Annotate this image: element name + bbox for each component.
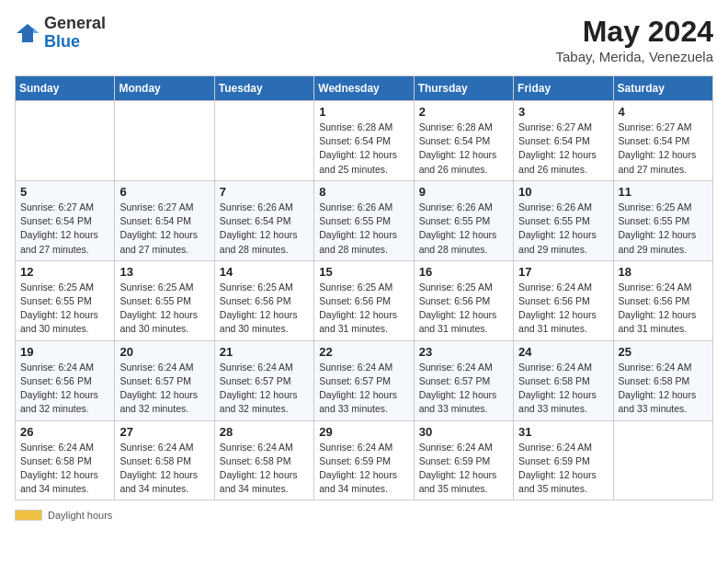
calendar-cell: 27Sunrise: 6:24 AM Sunset: 6:58 PM Dayli… bbox=[115, 420, 214, 500]
day-info: Sunrise: 6:25 AM Sunset: 6:56 PM Dayligh… bbox=[419, 281, 508, 337]
day-number: 30 bbox=[419, 425, 508, 439]
day-number: 1 bbox=[319, 105, 408, 119]
day-number: 19 bbox=[20, 345, 109, 359]
day-number: 25 bbox=[619, 345, 708, 359]
calendar-week-row: 1Sunrise: 6:28 AM Sunset: 6:54 PM Daylig… bbox=[16, 101, 713, 181]
day-number: 15 bbox=[319, 265, 408, 279]
day-info: Sunrise: 6:26 AM Sunset: 6:55 PM Dayligh… bbox=[518, 201, 608, 257]
weekday-header: Friday bbox=[514, 76, 613, 101]
calendar-cell bbox=[214, 101, 313, 181]
calendar-cell: 9Sunrise: 6:26 AM Sunset: 6:55 PM Daylig… bbox=[414, 180, 513, 260]
calendar-subtitle: Tabay, Merida, Venezuela bbox=[556, 49, 714, 64]
day-info: Sunrise: 6:24 AM Sunset: 6:58 PM Dayligh… bbox=[20, 441, 109, 497]
day-info: Sunrise: 6:27 AM Sunset: 6:54 PM Dayligh… bbox=[518, 121, 608, 177]
day-number: 27 bbox=[119, 425, 209, 439]
calendar-cell: 17Sunrise: 6:24 AM Sunset: 6:56 PM Dayli… bbox=[514, 260, 613, 340]
day-number: 28 bbox=[220, 425, 309, 439]
day-number: 22 bbox=[319, 345, 408, 359]
calendar-cell: 10Sunrise: 6:26 AM Sunset: 6:55 PM Dayli… bbox=[514, 180, 613, 260]
day-info: Sunrise: 6:25 AM Sunset: 6:56 PM Dayligh… bbox=[220, 281, 309, 337]
day-number: 10 bbox=[518, 185, 608, 199]
calendar-cell: 6Sunrise: 6:27 AM Sunset: 6:54 PM Daylig… bbox=[115, 180, 214, 260]
svg-marker-1 bbox=[33, 28, 39, 33]
day-number: 20 bbox=[119, 345, 209, 359]
day-number: 8 bbox=[319, 185, 408, 199]
calendar-cell: 4Sunrise: 6:27 AM Sunset: 6:54 PM Daylig… bbox=[613, 101, 712, 181]
day-number: 7 bbox=[220, 185, 309, 199]
weekday-header: Wednesday bbox=[314, 76, 414, 101]
calendar-table: SundayMondayTuesdayWednesdayThursdayFrid… bbox=[15, 75, 713, 500]
day-info: Sunrise: 6:28 AM Sunset: 6:54 PM Dayligh… bbox=[419, 121, 508, 177]
calendar-cell: 2Sunrise: 6:28 AM Sunset: 6:54 PM Daylig… bbox=[414, 101, 513, 181]
day-number: 2 bbox=[419, 105, 508, 119]
logo-general-text: General bbox=[44, 15, 106, 33]
calendar-cell: 8Sunrise: 6:26 AM Sunset: 6:55 PM Daylig… bbox=[314, 180, 414, 260]
calendar-cell: 1Sunrise: 6:28 AM Sunset: 6:54 PM Daylig… bbox=[314, 101, 414, 181]
day-info: Sunrise: 6:26 AM Sunset: 6:55 PM Dayligh… bbox=[419, 201, 508, 257]
calendar-cell: 19Sunrise: 6:24 AM Sunset: 6:56 PM Dayli… bbox=[16, 340, 115, 420]
calendar-week-row: 19Sunrise: 6:24 AM Sunset: 6:56 PM Dayli… bbox=[16, 340, 713, 420]
day-number: 4 bbox=[619, 105, 708, 119]
calendar-cell: 3Sunrise: 6:27 AM Sunset: 6:54 PM Daylig… bbox=[514, 101, 613, 181]
title-block: May 2024 Tabay, Merida, Venezuela bbox=[556, 15, 714, 64]
day-info: Sunrise: 6:24 AM Sunset: 6:56 PM Dayligh… bbox=[619, 281, 708, 337]
calendar-cell: 24Sunrise: 6:24 AM Sunset: 6:58 PM Dayli… bbox=[514, 340, 613, 420]
day-number: 12 bbox=[20, 265, 109, 279]
daylight-legend-bar bbox=[15, 510, 42, 521]
day-number: 31 bbox=[518, 425, 608, 439]
day-info: Sunrise: 6:25 AM Sunset: 6:55 PM Dayligh… bbox=[119, 281, 209, 337]
calendar-week-row: 26Sunrise: 6:24 AM Sunset: 6:58 PM Dayli… bbox=[16, 420, 713, 500]
day-info: Sunrise: 6:24 AM Sunset: 6:57 PM Dayligh… bbox=[419, 361, 508, 417]
day-number: 24 bbox=[518, 345, 608, 359]
calendar-week-row: 5Sunrise: 6:27 AM Sunset: 6:54 PM Daylig… bbox=[16, 180, 713, 260]
day-info: Sunrise: 6:24 AM Sunset: 6:59 PM Dayligh… bbox=[419, 441, 508, 497]
calendar-cell: 16Sunrise: 6:25 AM Sunset: 6:56 PM Dayli… bbox=[414, 260, 513, 340]
calendar-cell: 15Sunrise: 6:25 AM Sunset: 6:56 PM Dayli… bbox=[314, 260, 414, 340]
calendar-cell: 5Sunrise: 6:27 AM Sunset: 6:54 PM Daylig… bbox=[16, 180, 115, 260]
calendar-week-row: 12Sunrise: 6:25 AM Sunset: 6:55 PM Dayli… bbox=[16, 260, 713, 340]
logo: General Blue bbox=[15, 15, 106, 52]
day-info: Sunrise: 6:24 AM Sunset: 6:57 PM Dayligh… bbox=[119, 361, 209, 417]
logo-blue-text: Blue bbox=[44, 33, 106, 52]
calendar-cell: 14Sunrise: 6:25 AM Sunset: 6:56 PM Dayli… bbox=[214, 260, 313, 340]
weekday-header: Thursday bbox=[414, 76, 513, 101]
day-info: Sunrise: 6:25 AM Sunset: 6:55 PM Dayligh… bbox=[619, 201, 708, 257]
calendar-cell: 31Sunrise: 6:24 AM Sunset: 6:59 PM Dayli… bbox=[514, 420, 613, 500]
calendar-title: May 2024 bbox=[556, 15, 714, 49]
calendar-cell: 30Sunrise: 6:24 AM Sunset: 6:59 PM Dayli… bbox=[414, 420, 513, 500]
calendar-cell: 13Sunrise: 6:25 AM Sunset: 6:55 PM Dayli… bbox=[115, 260, 214, 340]
weekday-header: Saturday bbox=[613, 76, 712, 101]
day-info: Sunrise: 6:26 AM Sunset: 6:54 PM Dayligh… bbox=[220, 201, 309, 257]
calendar-cell: 20Sunrise: 6:24 AM Sunset: 6:57 PM Dayli… bbox=[115, 340, 214, 420]
day-number: 29 bbox=[319, 425, 408, 439]
page-header: General Blue May 2024 Tabay, Merida, Ven… bbox=[15, 15, 713, 64]
day-info: Sunrise: 6:27 AM Sunset: 6:54 PM Dayligh… bbox=[619, 121, 708, 177]
calendar-cell: 12Sunrise: 6:25 AM Sunset: 6:55 PM Dayli… bbox=[16, 260, 115, 340]
day-info: Sunrise: 6:24 AM Sunset: 6:58 PM Dayligh… bbox=[619, 361, 708, 417]
weekday-header: Monday bbox=[115, 76, 214, 101]
day-info: Sunrise: 6:24 AM Sunset: 6:57 PM Dayligh… bbox=[319, 361, 408, 417]
day-number: 23 bbox=[419, 345, 508, 359]
day-number: 3 bbox=[518, 105, 608, 119]
calendar-cell: 29Sunrise: 6:24 AM Sunset: 6:59 PM Dayli… bbox=[314, 420, 414, 500]
calendar-cell bbox=[16, 101, 115, 181]
weekday-header: Sunday bbox=[16, 76, 115, 101]
calendar-cell: 7Sunrise: 6:26 AM Sunset: 6:54 PM Daylig… bbox=[214, 180, 313, 260]
day-info: Sunrise: 6:27 AM Sunset: 6:54 PM Dayligh… bbox=[119, 201, 209, 257]
day-number: 21 bbox=[220, 345, 309, 359]
day-number: 14 bbox=[220, 265, 309, 279]
day-info: Sunrise: 6:24 AM Sunset: 6:59 PM Dayligh… bbox=[518, 441, 608, 497]
calendar-cell: 25Sunrise: 6:24 AM Sunset: 6:58 PM Dayli… bbox=[613, 340, 712, 420]
day-number: 17 bbox=[518, 265, 608, 279]
day-number: 18 bbox=[619, 265, 708, 279]
day-info: Sunrise: 6:25 AM Sunset: 6:55 PM Dayligh… bbox=[20, 281, 109, 337]
day-info: Sunrise: 6:25 AM Sunset: 6:56 PM Dayligh… bbox=[319, 281, 408, 337]
day-info: Sunrise: 6:24 AM Sunset: 6:58 PM Dayligh… bbox=[220, 441, 309, 497]
day-info: Sunrise: 6:28 AM Sunset: 6:54 PM Dayligh… bbox=[319, 121, 408, 177]
day-number: 6 bbox=[119, 185, 209, 199]
day-info: Sunrise: 6:24 AM Sunset: 6:56 PM Dayligh… bbox=[20, 361, 109, 417]
day-info: Sunrise: 6:24 AM Sunset: 6:59 PM Dayligh… bbox=[319, 441, 408, 497]
day-info: Sunrise: 6:24 AM Sunset: 6:56 PM Dayligh… bbox=[518, 281, 608, 337]
logo-icon bbox=[15, 20, 40, 46]
calendar-header: SundayMondayTuesdayWednesdayThursdayFrid… bbox=[16, 76, 713, 101]
